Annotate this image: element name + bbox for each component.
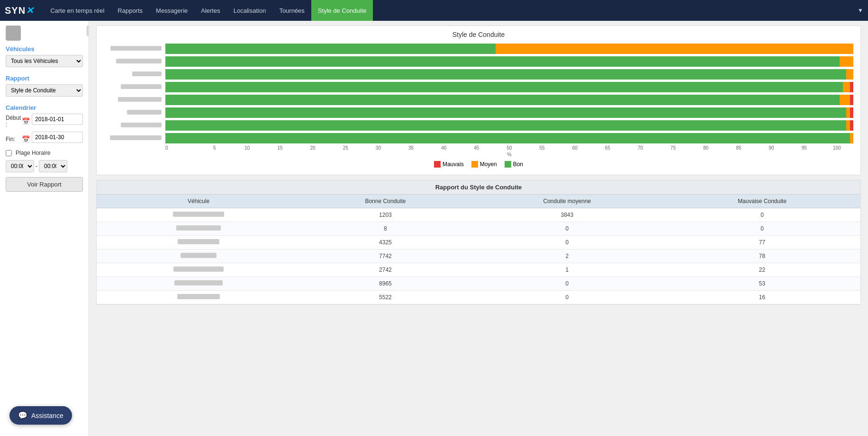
- cal-icon-debut: 📅: [22, 117, 30, 125]
- table-row: 120338430: [97, 208, 860, 222]
- cell-bonne-3: 7742: [300, 249, 470, 263]
- cell-mauvaise-3: 78: [664, 249, 860, 263]
- sidebar: « Véhicules Tous les Véhicules Rapport S…: [0, 21, 89, 436]
- cell-vehicule-2: [97, 236, 300, 249]
- avatar: [6, 26, 21, 41]
- cell-mauvaise-0: 0: [664, 208, 860, 222]
- time-end-select[interactable]: 00:00: [39, 160, 67, 172]
- col-bonne: Bonne Conduite: [300, 195, 470, 208]
- voir-rapport-button[interactable]: Voir Rapport: [6, 177, 83, 192]
- bar-label-2: [104, 71, 165, 77]
- rapport-section-title: Rapport: [6, 75, 83, 82]
- cell-vehicule-0: [97, 208, 300, 222]
- bar-segment-orange-5: [846, 107, 850, 118]
- assistance-label: Assistance: [31, 412, 63, 419]
- cell-moyenne-3: 2: [470, 249, 664, 263]
- table-header-row: Véhicule Bonne Conduite Conduite moyenne…: [97, 195, 860, 208]
- bar-segment-green-1: [165, 56, 840, 67]
- x-tick-6: 30: [362, 145, 395, 151]
- nav-messagerie[interactable]: Messagerie: [149, 0, 194, 21]
- plage-checkbox[interactable]: [6, 150, 12, 156]
- bar-track-1: [165, 56, 853, 67]
- bar-track-7: [165, 133, 853, 143]
- logo-syn: SYN: [5, 5, 26, 16]
- fin-row: Fin: 📅: [6, 132, 83, 147]
- bar-segment-green-6: [165, 120, 846, 131]
- bar-segment-orange-1: [840, 56, 853, 67]
- cell-mauvaise-4: 22: [664, 263, 860, 277]
- table-container: Rapport du Style de Conduite Véhicule Bo…: [96, 180, 861, 305]
- plage-row: Plage Horaire: [6, 150, 83, 156]
- bar-segment-orange-3: [843, 82, 850, 92]
- table-row: 800: [97, 222, 860, 236]
- bar-segment-orange-0: [496, 44, 853, 54]
- cell-mauvaise-6: 16: [664, 291, 860, 304]
- cell-moyenne-6: 0: [470, 291, 664, 304]
- rapport-select[interactable]: Style de Conduite: [6, 84, 83, 97]
- bar-segment-orange-7: [850, 133, 853, 143]
- x-tick-11: 55: [526, 145, 559, 151]
- cell-vehicule-5: [97, 277, 300, 291]
- bar-label-4: [104, 97, 165, 103]
- chart-legend: Mauvais Moyen Bon: [104, 161, 853, 168]
- x-tick-0: 0: [165, 145, 198, 151]
- bar-label-5: [104, 110, 165, 116]
- debut-row: Début : 📅: [6, 114, 83, 129]
- bar-row-4: [104, 94, 853, 106]
- sidebar-toggle[interactable]: «: [87, 26, 89, 36]
- bar-label-6: [104, 123, 165, 128]
- content-area: Style de Conduite 0510152025303540455055…: [89, 21, 868, 436]
- legend-moyen: Moyen: [471, 161, 497, 168]
- bar-label-7: [104, 135, 165, 141]
- nav-carte[interactable]: Carte en temps réel: [44, 0, 111, 21]
- bar-row-2: [104, 69, 853, 80]
- bar-chart: [104, 43, 853, 144]
- x-tick-3: 15: [263, 145, 296, 151]
- bar-segment-orange-6: [846, 120, 850, 131]
- nav-rapports[interactable]: Rapports: [111, 0, 149, 21]
- cell-moyenne-2: 0: [470, 236, 664, 249]
- time-start-select[interactable]: 00:00: [6, 160, 34, 172]
- x-axis-label: %: [165, 151, 853, 157]
- data-table: Véhicule Bonne Conduite Conduite moyenne…: [97, 195, 860, 304]
- table-row: 7742278: [97, 249, 860, 263]
- bar-track-3: [165, 82, 853, 92]
- cal-icon-fin: 📅: [22, 135, 30, 143]
- table-row: 8965053: [97, 277, 860, 291]
- cell-bonne-5: 8965: [300, 277, 470, 291]
- chart-container: Style de Conduite 0510152025303540455055…: [96, 26, 861, 175]
- calendrier-section-title: Calendrier: [6, 104, 83, 111]
- legend-mauvais: Mauvais: [434, 161, 464, 168]
- bar-row-6: [104, 120, 853, 131]
- chat-icon: 💬: [18, 411, 27, 420]
- cell-vehicule-6: [97, 291, 300, 304]
- x-tick-5: 25: [329, 145, 362, 151]
- nav-tournees[interactable]: Tournées: [272, 0, 311, 21]
- vehicules-select[interactable]: Tous les Véhicules: [6, 55, 83, 67]
- x-tick-8: 40: [427, 145, 460, 151]
- x-tick-20: 100: [821, 145, 853, 151]
- app-logo: SYN✕: [5, 5, 34, 16]
- nav-localisation[interactable]: Localisation: [227, 0, 273, 21]
- bar-track-6: [165, 120, 853, 131]
- bar-row-3: [104, 81, 853, 93]
- cell-moyenne-1: 0: [470, 222, 664, 236]
- cell-bonne-4: 2742: [300, 263, 470, 277]
- debut-input[interactable]: [32, 114, 83, 125]
- assistance-button[interactable]: 💬 Assistance: [9, 406, 72, 425]
- cell-bonne-0: 1203: [300, 208, 470, 222]
- bar-segment-green-0: [165, 44, 496, 54]
- x-tick-10: 50: [493, 145, 525, 151]
- legend-label-bon: Bon: [513, 161, 523, 168]
- nav-user-area: ▼: [858, 7, 863, 14]
- bar-segment-green-4: [165, 95, 840, 105]
- nav-style-conduite[interactable]: Style de Conduite: [311, 0, 373, 21]
- x-tick-7: 35: [395, 145, 427, 151]
- cell-bonne-6: 5522: [300, 291, 470, 304]
- x-tick-14: 70: [624, 145, 657, 151]
- user-dropdown[interactable]: ▼: [858, 7, 863, 14]
- nav-alertes[interactable]: Alertes: [194, 0, 226, 21]
- fin-input[interactable]: [32, 132, 83, 143]
- x-tick-16: 80: [689, 145, 722, 151]
- chart-title: Style de Conduite: [104, 31, 853, 38]
